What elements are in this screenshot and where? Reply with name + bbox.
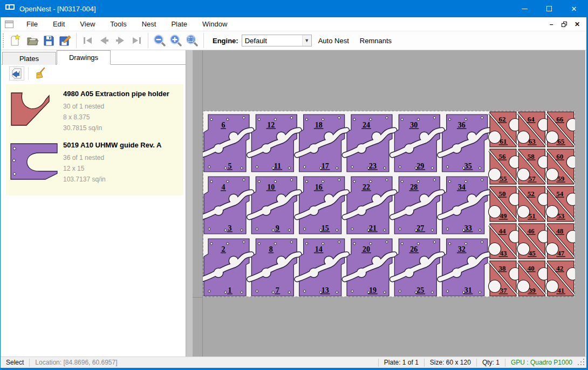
nested-pair-red[interactable]: 5251 — [517, 186, 550, 221]
nested-pair-red[interactable]: 4241 — [546, 261, 575, 296]
part-number: 1 — [228, 286, 232, 294]
drill-hole — [431, 229, 433, 231]
nested-pair-red[interactable]: 3837 — [489, 261, 522, 296]
nested-pair-red[interactable]: 6463 — [517, 112, 550, 147]
toolbar-grip[interactable] — [3, 33, 5, 48]
nested-pair-purple[interactable]: 1413 — [297, 239, 347, 296]
import-drawing-button[interactable] — [9, 66, 24, 80]
nested-pair-purple[interactable]: 2019 — [345, 239, 394, 296]
chevron-down-icon[interactable]: ▼ — [302, 35, 311, 46]
remnants-button[interactable]: Remnants — [355, 34, 396, 48]
clear-drawings-button[interactable] — [32, 66, 47, 80]
nested-pair-red[interactable]: 4039 — [517, 261, 550, 296]
nested-pair-purple[interactable]: 21 — [203, 239, 251, 296]
minimize-icon — [522, 9, 528, 9]
nested-pair-purple[interactable]: 3231 — [440, 239, 490, 296]
nested-pair-purple[interactable]: 1615 — [297, 177, 347, 234]
part-number: 56 — [499, 152, 507, 160]
menu-window[interactable]: Window — [195, 18, 235, 30]
sidebar: Plates Drawings — [2, 50, 186, 356]
menu-nest[interactable]: Nest — [134, 18, 164, 30]
nest-canvas[interactable]: 6512111817242330293635431091615222128273… — [193, 50, 585, 356]
tab-plates[interactable]: Plates — [2, 52, 56, 65]
mdi-restore-button[interactable] — [559, 20, 569, 29]
auto-nest-button[interactable]: Auto Nest — [314, 34, 353, 48]
nested-pair-red[interactable]: 5655 — [489, 149, 522, 184]
open-button[interactable] — [24, 33, 40, 48]
drill-hole — [399, 228, 401, 230]
engine-select[interactable]: Default ▼ — [242, 35, 312, 46]
nested-pair-purple[interactable]: 65 — [203, 115, 251, 172]
nav-next-button[interactable] — [112, 33, 128, 48]
nested-pair-purple[interactable]: 3635 — [440, 115, 490, 172]
part-notch — [546, 131, 558, 144]
menu-file[interactable]: File — [19, 18, 45, 30]
mdi-minimize-button[interactable]: – — [546, 20, 556, 29]
part-number: 54 — [556, 190, 564, 198]
new-button[interactable] — [8, 33, 24, 48]
drill-hole — [208, 290, 210, 292]
plate-sheet[interactable]: 6512111817242330293635431091615222128273… — [203, 111, 575, 297]
nested-pair-purple[interactable]: 3433 — [440, 177, 490, 234]
nested-pair-purple[interactable]: 2221 — [345, 177, 394, 234]
close-button[interactable]: ✕ — [562, 0, 586, 17]
nested-pair-red[interactable]: 4443 — [489, 224, 522, 259]
drill-hole — [256, 228, 258, 230]
nested-pair-purple[interactable]: 2625 — [392, 239, 442, 296]
maximize-button[interactable] — [537, 0, 562, 17]
menu-view[interactable]: View — [72, 18, 102, 30]
mdi-document-icon[interactable] — [5, 21, 13, 28]
list-item[interactable]: 5019 A10 UHMW guide Rev. A 36 of 1 neste… — [9, 139, 181, 185]
nested-pair-red[interactable]: 6665 — [546, 112, 575, 147]
drill-hole — [479, 291, 481, 293]
maximize-icon — [546, 6, 552, 11]
nested-pair-red[interactable]: 5049 — [489, 186, 522, 221]
nested-pair-purple[interactable]: 2827 — [392, 177, 442, 234]
part-number: 14 — [315, 245, 323, 253]
tab-drawings[interactable]: Drawings — [57, 50, 111, 65]
nav-last-button[interactable] — [128, 33, 145, 48]
drill-hole — [338, 179, 340, 181]
menu-plate[interactable]: Plate — [163, 18, 195, 30]
nested-pair-purple[interactable]: 43 — [203, 177, 251, 234]
status-gpu: GPU : Quadro P1000 — [505, 359, 578, 366]
part-notch — [489, 280, 501, 293]
minimize-button[interactable] — [512, 0, 537, 17]
import-drawing-icon — [11, 68, 23, 79]
mdi-close-button[interactable]: ✕ — [572, 20, 582, 29]
part-number: 61 — [500, 137, 507, 145]
nested-pair-red[interactable]: 4847 — [546, 224, 575, 259]
zoom-out-button[interactable] — [152, 33, 168, 48]
part-number: 18 — [315, 121, 323, 129]
save-as-button[interactable] — [57, 33, 73, 48]
nav-first-button[interactable] — [80, 33, 96, 48]
menu-edit[interactable]: Edit — [45, 18, 72, 30]
drill-hole — [417, 180, 419, 183]
drill-hole — [433, 179, 435, 181]
nested-pair-purple[interactable]: 109 — [249, 177, 299, 234]
nav-prev-button[interactable] — [96, 33, 112, 48]
part-notch — [546, 280, 558, 293]
nested-pair-red[interactable]: 4645 — [517, 224, 550, 259]
nested-pair-purple[interactable]: 1211 — [249, 115, 299, 172]
nested-pair-red[interactable]: 5857 — [517, 149, 550, 184]
nested-pair-red[interactable]: 6059 — [546, 149, 575, 184]
status-mode: Select — [1, 359, 29, 366]
part-notch — [517, 206, 530, 218]
nested-pair-purple[interactable]: 1817 — [297, 115, 347, 172]
drill-hole — [399, 166, 401, 168]
drawing-nested-count: 36 of 1 nested — [63, 152, 181, 163]
nested-pair-purple[interactable]: 87 — [249, 239, 299, 296]
nested-pair-red[interactable]: 6261 — [489, 112, 522, 147]
nested-pair-purple[interactable]: 3029 — [392, 115, 442, 172]
menu-tools[interactable]: Tools — [102, 18, 134, 30]
part-number: 9 — [276, 224, 279, 232]
nested-pair-purple[interactable]: 2423 — [345, 115, 394, 172]
nested-pair-red[interactable]: 5453 — [546, 186, 575, 221]
list-item[interactable]: 4980 A05 Extraction pipe holder 30 of 1 … — [9, 88, 181, 133]
panel-splitter[interactable] — [186, 50, 193, 356]
zoom-fit-button[interactable] — [184, 33, 200, 48]
zoom-in-button[interactable] — [168, 33, 184, 48]
resize-grip[interactable] — [578, 359, 585, 366]
save-button[interactable] — [40, 33, 57, 48]
